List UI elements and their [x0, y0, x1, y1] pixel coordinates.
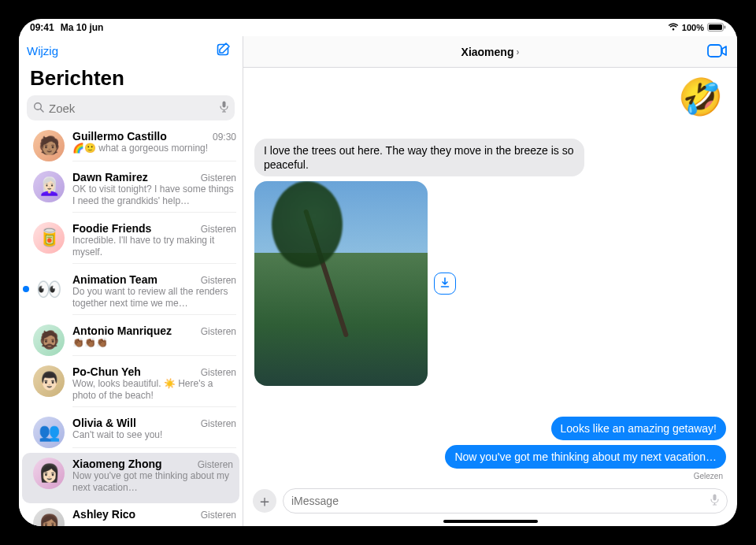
- avatar: 👀: [33, 273, 65, 305]
- contact-name-button[interactable]: Xiaomeng ›: [461, 46, 520, 58]
- compose-input[interactable]: [291, 495, 710, 507]
- conversation-preview: 👏🏾👏🏾👏🏾: [72, 337, 236, 349]
- incoming-photo-message[interactable]: [254, 181, 428, 386]
- facetime-icon: [707, 48, 728, 60]
- main-content: • • • Wijzig Berichten: [19, 36, 737, 526]
- conversation-name: Foodie Friends: [72, 222, 151, 235]
- compose-button[interactable]: [213, 39, 235, 61]
- facetime-button[interactable]: [707, 44, 728, 60]
- conversation-list[interactable]: 🧑🏽Guillermo Castillo09:30🌈🙂 what a gorge…: [19, 125, 243, 526]
- edit-button[interactable]: Wijzig: [27, 44, 58, 57]
- conversation-time: Gisteren: [201, 224, 236, 235]
- conversation-row[interactable]: 👩🏻‍🦳Dawn RamirezGisterenOK to visit toni…: [19, 166, 243, 217]
- conversation-name: Guillermo Castillo: [72, 130, 167, 143]
- search-input[interactable]: [49, 102, 215, 115]
- chevron-right-icon: ›: [516, 46, 519, 57]
- conversation-preview: 🌈🙂 what a gorgeous morning!: [72, 143, 236, 154]
- conversation-pane: Xiaomeng › 🤣 I love the trees out here. …: [243, 36, 737, 526]
- avatar: 👥: [33, 417, 65, 448]
- conversation-name: Ashley Rico: [72, 508, 135, 521]
- conversation-time: Gisteren: [198, 459, 233, 470]
- search-field[interactable]: [27, 95, 235, 120]
- status-date: Ma 10 jun: [61, 22, 104, 33]
- conversation-summary: Foodie FriendsGisterenIncredible. I'll h…: [72, 222, 236, 264]
- conversation-row[interactable]: 🧔🏽Antonio ManriquezGisteren👏🏾👏🏾👏🏾: [19, 320, 243, 361]
- conversation-row[interactable]: 👀Animation TeamGisterenDo you want to re…: [19, 269, 243, 320]
- outgoing-message-bubble[interactable]: Now you've got me thinking about my next…: [445, 445, 726, 469]
- device-frame: 09:41 Ma 10 jun 100% • • • Wijzig: [0, 0, 756, 545]
- app-title: Berichten: [19, 63, 243, 95]
- conversation-name: Olivia & Will: [72, 417, 136, 429]
- avatar: 🥫: [33, 222, 65, 254]
- battery-percent: 100%: [682, 23, 704, 32]
- conversation-row[interactable]: 👨🏻Po-Chun YehGisterenWow, looks beautifu…: [19, 361, 243, 412]
- conversation-preview: Incredible. I'll have to try making it m…: [72, 235, 236, 258]
- svg-rect-7: [708, 45, 721, 57]
- conversation-name: Animation Team: [72, 273, 158, 286]
- conversation-summary: Olivia & WillGisterenCan't wait to see y…: [72, 417, 236, 448]
- svg-rect-6: [223, 102, 226, 108]
- conversation-time: Gisteren: [201, 275, 236, 286]
- conversation-time: Gisteren: [201, 510, 236, 521]
- conversation-header: Xiaomeng ›: [243, 36, 737, 68]
- status-time: 09:41: [30, 22, 54, 33]
- conversation-row[interactable]: 👥Olivia & WillGisterenCan't wait to see …: [19, 412, 243, 453]
- conversation-preview: Can't wait to see you!: [72, 429, 236, 441]
- conversation-list-sidebar: Wijzig Berichten: [19, 36, 243, 526]
- mic-icon[interactable]: [220, 101, 228, 115]
- mic-icon[interactable]: [710, 494, 719, 508]
- conversation-summary: Ashley RicoGisteren: [72, 508, 236, 526]
- conversation-row[interactable]: 🧑🏽Guillermo Castillo09:30🌈🙂 what a gorge…: [19, 125, 243, 166]
- compose-icon: [216, 42, 232, 60]
- conversation-name: Antonio Manriquez: [72, 324, 172, 337]
- message-thread[interactable]: 🤣 I love the trees out here. The way the…: [243, 68, 737, 484]
- outgoing-message-bubble[interactable]: Looks like an amazing getaway!: [551, 417, 726, 440]
- conversation-time: Gisteren: [201, 367, 236, 378]
- unread-indicator: [23, 286, 29, 292]
- conversation-preview: OK to visit tonight? I have some things …: [72, 184, 236, 207]
- conversation-summary: Guillermo Castillo09:30🌈🙂 what a gorgeou…: [72, 130, 236, 161]
- svg-rect-8: [713, 495, 717, 501]
- avatar: 👩🏻: [33, 458, 65, 489]
- avatar: 👩🏻‍🦳: [33, 171, 65, 202]
- status-bar: 09:41 Ma 10 jun 100%: [19, 19, 737, 36]
- conversation-time: 09:30: [213, 132, 236, 143]
- conversation-row[interactable]: 👩🏽Ashley RicoGisteren: [19, 503, 243, 526]
- avatar: 👨🏻: [33, 365, 65, 397]
- download-icon: [439, 277, 450, 291]
- conversation-summary: Antonio ManriquezGisteren👏🏾👏🏾👏🏾: [72, 324, 236, 356]
- svg-line-5: [41, 109, 44, 112]
- conversation-row[interactable]: 👩🏻Xiaomeng ZhongGisterenNow you've got m…: [22, 453, 239, 503]
- emoji-reaction: 🤣: [678, 76, 723, 118]
- conversation-preview: Do you want to review all the renders to…: [72, 286, 236, 310]
- svg-rect-2: [724, 25, 726, 28]
- avatar: 🧔🏽: [33, 324, 65, 356]
- contact-name: Xiaomeng: [461, 46, 514, 58]
- conversation-time: Gisteren: [201, 418, 236, 429]
- conversation-preview: Now you've got me thinking about my next…: [72, 470, 233, 494]
- wifi-icon: [668, 23, 679, 32]
- conversation-summary: Animation TeamGisterenDo you want to rev…: [72, 273, 236, 315]
- home-indicator[interactable]: [443, 520, 538, 523]
- conversation-row[interactable]: 🥫Foodie FriendsGisterenIncredible. I'll …: [19, 217, 243, 269]
- conversation-summary: Po-Chun YehGisterenWow, looks beautiful.…: [72, 365, 236, 407]
- message-composer: ＋: [243, 484, 737, 520]
- battery-icon: [707, 23, 726, 33]
- screen: 09:41 Ma 10 jun 100% • • • Wijzig: [19, 19, 737, 526]
- avatar: 👩🏽: [33, 508, 65, 526]
- photo-attachment[interactable]: [254, 181, 428, 386]
- incoming-message-bubble[interactable]: I love the trees out here. The way they …: [254, 139, 584, 176]
- conversation-name: Po-Chun Yeh: [72, 365, 141, 378]
- avatar: 🧑🏽: [33, 130, 65, 161]
- svg-rect-1: [709, 24, 722, 30]
- plus-icon: ＋: [257, 491, 272, 512]
- conversation-name: Xiaomeng Zhong: [72, 458, 162, 470]
- conversation-name: Dawn Ramirez: [72, 171, 148, 184]
- conversation-summary: Xiaomeng ZhongGisterenNow you've got me …: [72, 458, 233, 499]
- conversation-summary: Dawn RamirezGisterenOK to visit tonight?…: [72, 171, 236, 213]
- save-photo-button[interactable]: [434, 272, 456, 295]
- attachments-button[interactable]: ＋: [253, 489, 276, 513]
- compose-field[interactable]: [283, 488, 728, 513]
- conversation-preview: Wow, looks beautiful. ☀️ Here's a photo …: [72, 378, 236, 402]
- search-icon: [33, 102, 44, 115]
